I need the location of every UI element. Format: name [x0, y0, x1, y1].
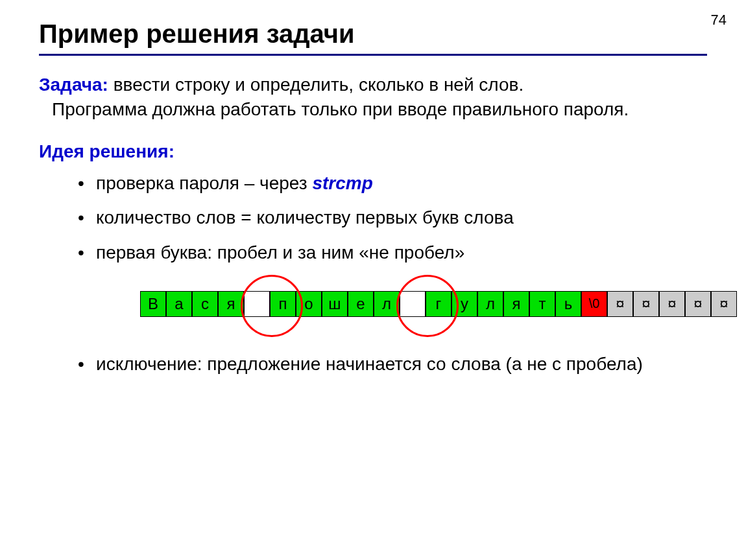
idea-item-2: количество слов = количеству первых букв…	[78, 205, 707, 230]
idea-item-3: первая буква: пробел и за ним «не пробел…	[78, 240, 707, 339]
char-cell-18: ¤	[607, 291, 633, 317]
idea-item-1-keyword: strcmp	[312, 173, 372, 193]
char-cell-4	[244, 291, 270, 317]
char-array: Васяпошелгулять\0¤¤¤¤¤	[140, 291, 737, 317]
char-cell-22: ¤	[711, 291, 737, 317]
char-cell-19: ¤	[633, 291, 659, 317]
task-label: Задача:	[39, 75, 108, 95]
char-cell-14: я	[503, 291, 529, 317]
char-cell-6: о	[296, 291, 322, 317]
char-cell-9: л	[374, 291, 400, 317]
char-cell-5: п	[270, 291, 296, 317]
char-cell-2: с	[192, 291, 218, 317]
idea-item-4: исключение: предложение начинается со сл…	[78, 352, 707, 377]
char-cell-11: г	[426, 291, 451, 317]
task-block: Задача: ввести строку и определить, скол…	[39, 73, 707, 122]
char-cell-13: л	[477, 291, 503, 317]
task-text-line1: ввести строку и определить, сколько в не…	[108, 75, 523, 95]
idea-item-1-prefix: проверка пароля – через	[96, 173, 312, 193]
title-rule	[39, 54, 707, 56]
page-number: 74	[711, 12, 727, 29]
idea-item-2-text: количество слов = количеству первых букв…	[96, 207, 514, 228]
idea-item-1: проверка пароля – через strcmp	[78, 171, 707, 196]
slide: 74 Пример решения задачи Задача: ввести …	[0, 0, 746, 560]
idea-list: проверка пароля – через strcmp количеств…	[78, 171, 707, 377]
char-cell-7: ш	[322, 291, 348, 317]
char-cell-15: т	[529, 291, 555, 317]
char-cell-12: у	[451, 291, 477, 317]
char-array-diagram: Васяпошелгулять\0¤¤¤¤¤	[140, 274, 746, 339]
char-cell-21: ¤	[685, 291, 711, 317]
idea-item-4-text: исключение: предложение начинается со сл…	[96, 354, 643, 374]
char-cell-17: \0	[581, 291, 607, 317]
char-cell-1: а	[166, 291, 192, 317]
char-cell-20: ¤	[659, 291, 685, 317]
slide-title: Пример решения задачи	[39, 19, 707, 49]
char-cell-3: я	[218, 291, 244, 317]
char-cell-16: ь	[555, 291, 581, 317]
idea-item-3-text: первая буква: пробел и за ним «не пробел…	[96, 242, 464, 262]
char-cell-8: е	[348, 291, 374, 317]
idea-label: Идея решения:	[39, 141, 707, 162]
char-cell-10	[400, 291, 426, 317]
task-text-line2: Программа должна работать только при вво…	[52, 97, 707, 122]
char-cell-0: В	[140, 291, 166, 317]
